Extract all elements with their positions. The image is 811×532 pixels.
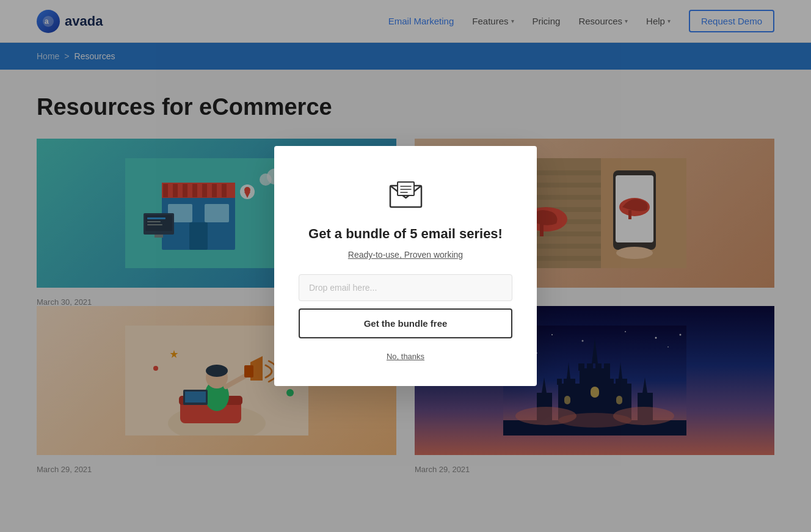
modal-subtitle: Ready-to-use, Proven working <box>299 250 512 260</box>
decline-button[interactable]: No, thanks <box>387 352 424 361</box>
get-bundle-button[interactable]: Get the bundle free <box>299 308 512 338</box>
email-input[interactable] <box>299 274 512 301</box>
email-icon <box>387 177 424 213</box>
modal: Get a bundle of 5 email series! Ready-to… <box>274 146 537 387</box>
svg-rect-98 <box>398 182 414 195</box>
modal-title: Get a bundle of 5 email series! <box>299 225 512 243</box>
modal-overlay[interactable]: Get a bundle of 5 email series! Ready-to… <box>0 0 811 479</box>
